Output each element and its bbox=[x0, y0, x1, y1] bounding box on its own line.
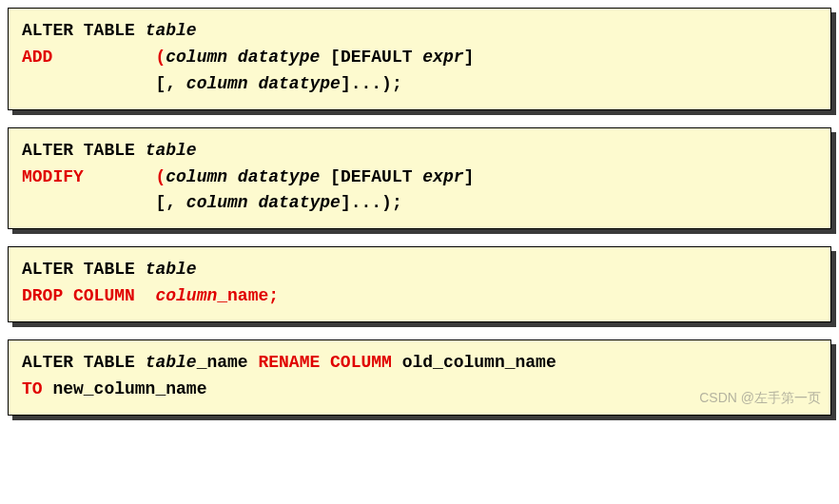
keyword-alter-table: ALTER TABLE bbox=[22, 21, 146, 40]
arg-new-column: new_column_name bbox=[52, 379, 206, 398]
code-line: ALTER TABLE table bbox=[22, 138, 817, 165]
arg-column-datatype: column datatype bbox=[186, 193, 341, 212]
keyword-alter-table: ALTER TABLE bbox=[22, 141, 146, 160]
arg-name: _name; bbox=[217, 286, 279, 305]
code-block-add: ALTER TABLE table ADD (column datatype [… bbox=[8, 8, 831, 110]
keyword-add: ADD bbox=[22, 48, 52, 67]
closing: ]...); bbox=[341, 193, 402, 212]
default-bracket-close: ] bbox=[464, 48, 475, 67]
arg-old-column: old_column_name bbox=[402, 353, 556, 372]
code-line: ADD (column datatype [DEFAULT expr] bbox=[22, 45, 817, 71]
code-line: DROP COLUMN column_name; bbox=[22, 283, 817, 310]
code-block-modify: ALTER TABLE table MODIFY (column datatyp… bbox=[8, 127, 831, 230]
keyword-to: TO bbox=[22, 379, 52, 398]
arg-column-datatype: column datatype bbox=[166, 48, 330, 67]
arg-table: table bbox=[146, 260, 197, 279]
closing: ]...); bbox=[341, 74, 402, 93]
arg-table: table bbox=[146, 21, 197, 40]
code-line: TO new_column_name bbox=[22, 377, 817, 403]
code-line: ALTER TABLE table bbox=[22, 18, 817, 45]
bracket: [, bbox=[155, 193, 185, 212]
paren-open: ( bbox=[155, 167, 166, 186]
padding bbox=[84, 167, 156, 186]
arg-column-datatype: column datatype bbox=[186, 74, 341, 93]
default-bracket: [DEFAULT bbox=[330, 167, 422, 186]
arg-column-datatype: column datatype bbox=[166, 167, 330, 186]
code-line: [, column datatype]...); bbox=[22, 190, 817, 217]
keyword-alter-table: ALTER TABLE bbox=[22, 260, 146, 279]
default-bracket-close: ] bbox=[464, 167, 475, 186]
arg-column: column bbox=[155, 286, 217, 305]
arg-table: table bbox=[146, 141, 197, 160]
code-block-drop: ALTER TABLE table DROP COLUMN column_nam… bbox=[8, 246, 831, 322]
keyword-drop-column: DROP COLUMN bbox=[22, 286, 135, 305]
arg-expr: expr bbox=[422, 167, 463, 186]
keyword-modify: MODIFY bbox=[22, 167, 84, 186]
arg-table: table bbox=[146, 353, 197, 372]
padding bbox=[22, 193, 155, 212]
code-line: ALTER TABLE table bbox=[22, 257, 817, 283]
code-line: MODIFY (column datatype [DEFAULT expr] bbox=[22, 165, 817, 191]
keyword-rename-column: RENAME COLUMM bbox=[258, 353, 401, 372]
code-line: [, column datatype]...); bbox=[22, 71, 817, 98]
default-bracket: [DEFAULT bbox=[330, 48, 422, 67]
code-line: ALTER TABLE table_name RENAME COLUMM old… bbox=[22, 350, 817, 377]
arg-expr: expr bbox=[422, 48, 463, 67]
padding bbox=[52, 48, 155, 67]
paren-open: ( bbox=[155, 48, 166, 67]
padding bbox=[135, 286, 156, 305]
watermark-text: CSDN @左手第一页 bbox=[699, 388, 821, 409]
code-block-rename: ALTER TABLE table_name RENAME COLUMM old… bbox=[8, 339, 831, 416]
bracket: [, bbox=[155, 74, 185, 93]
padding bbox=[22, 74, 155, 93]
arg-name: _name bbox=[197, 353, 259, 372]
keyword-alter-table: ALTER TABLE bbox=[22, 353, 146, 372]
